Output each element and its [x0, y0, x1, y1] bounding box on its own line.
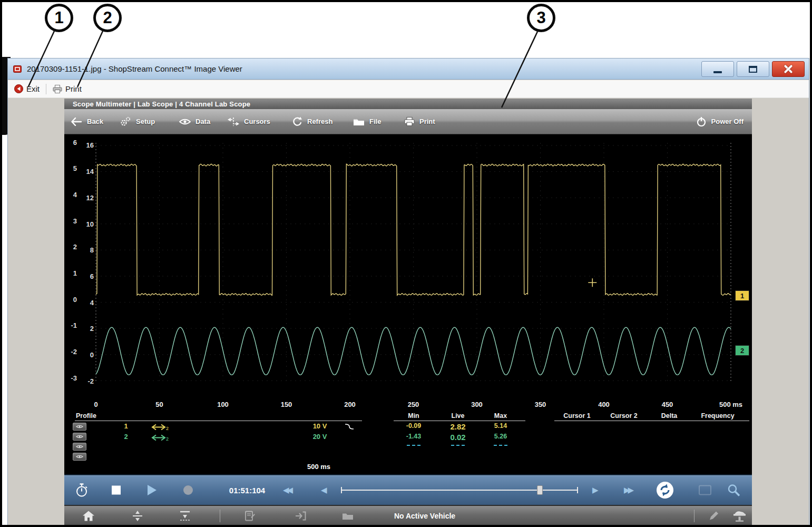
x-tick-label: 150 — [281, 401, 292, 408]
header-underline — [394, 421, 525, 421]
scope-setup-button[interactable]: Setup — [120, 109, 155, 134]
live-header: Live — [451, 412, 464, 419]
scope-cursors-button[interactable]: Cursors — [228, 109, 270, 134]
scope-screenshot: Scope Multimeter | Lab Scope | 4 Channel… — [64, 99, 752, 525]
waveform-canvas — [64, 134, 752, 399]
step-forward-button[interactable]: ▶ — [592, 485, 596, 495]
close-button[interactable] — [772, 61, 805, 77]
scope-print-button[interactable]: Print — [404, 109, 435, 134]
y-right-label: 16 — [80, 134, 94, 159]
minimize-button[interactable] — [701, 61, 734, 77]
header-underline — [554, 421, 749, 421]
y-right-label: 6 — [80, 264, 94, 290]
eye-icon — [76, 454, 83, 459]
image-viewer-window: 20170309-1151-1.jpg - ShopStream Connect… — [7, 58, 809, 526]
scope-refresh-label: Refresh — [307, 118, 332, 125]
exit-button[interactable]: Exit — [14, 84, 40, 93]
power-icon — [696, 116, 707, 127]
scope-power-off-button[interactable]: Power Off — [696, 109, 743, 134]
channel-3-eye-button[interactable] — [73, 443, 86, 451]
print-label: Print — [65, 84, 82, 93]
callout-2: 2 — [93, 4, 122, 32]
callout-1: 1 — [45, 4, 73, 32]
maximize-button[interactable] — [737, 61, 769, 77]
channel-scale: 20 V — [313, 433, 327, 441]
scope-setup-label: Setup — [136, 118, 155, 125]
app-icon — [13, 64, 23, 74]
trigger-arrow-icon: 2 — [151, 434, 169, 441]
folder-icon — [353, 118, 365, 126]
y-axis-right-scale: 16 14 12 10 8 6 4 2 0 -2 — [80, 134, 94, 394]
y-right-label: 4 — [80, 289, 94, 316]
rewind-button[interactable]: ◀◀ — [283, 485, 291, 495]
cursors-icon — [228, 117, 239, 126]
scope-back-button[interactable]: Back — [71, 109, 103, 134]
x-tick-label: 50 — [155, 401, 163, 408]
print-button[interactable]: Print — [53, 84, 82, 93]
scope-file-label: File — [369, 118, 381, 125]
slope-icon — [345, 423, 354, 430]
gears-icon — [120, 116, 131, 126]
y-right-label: -2 — [80, 368, 94, 394]
exit-icon — [14, 84, 23, 93]
scope-file-button[interactable]: File — [353, 109, 381, 134]
y-left-label: -3 — [65, 365, 77, 391]
eye-icon — [76, 444, 83, 449]
stop-button[interactable] — [112, 486, 121, 495]
live-value: 0.02 — [450, 433, 465, 442]
frequency-header: Frequency — [701, 412, 734, 419]
channel-number: 2 — [124, 433, 128, 441]
profile-header: Profile — [76, 412, 96, 419]
expand-vertical-icon[interactable] — [132, 510, 143, 521]
scope-refresh-button[interactable]: Refresh — [292, 109, 332, 134]
folder-icon — [342, 512, 354, 520]
channel-4-eye-button[interactable] — [73, 453, 86, 461]
y-left-label: 5 — [65, 155, 77, 182]
y-axis-left-scale: 6 5 4 3 2 1 0 -1 -2 -3 — [65, 134, 77, 391]
disabled-tool-icon — [699, 485, 711, 495]
channel-2-badge[interactable]: 2 — [735, 345, 749, 356]
slider-handle[interactable] — [537, 485, 543, 495]
y-right-label: 8 — [80, 237, 94, 264]
y-left-label: -1 — [65, 313, 77, 339]
collapse-to-top-icon[interactable] — [179, 510, 191, 521]
delta-header: Delta — [661, 412, 678, 419]
play-button[interactable] — [148, 485, 156, 495]
titlebar: 20170309-1151-1.jpg - ShopStream Connect… — [8, 58, 809, 80]
minimize-icon — [713, 71, 722, 73]
record-button[interactable] — [183, 485, 193, 495]
y-left-label: 2 — [65, 234, 77, 260]
viewer-workspace: Scope Multimeter | Lab Scope | 4 Channel… — [8, 98, 809, 525]
loop-replay-button[interactable] — [656, 481, 674, 499]
fast-forward-button[interactable]: ▶▶ — [624, 485, 632, 495]
x-tick-label: 200 — [344, 401, 356, 408]
trigger-arrow-icon: 2 — [151, 424, 169, 431]
max-value: 5.14 — [494, 422, 507, 430]
notes-icon — [244, 510, 256, 521]
zoom-icon[interactable] — [727, 484, 740, 497]
max-value: 5.26 — [494, 433, 507, 440]
y-right-label: 2 — [80, 316, 94, 342]
vehicle-lift-icon[interactable] — [732, 510, 747, 522]
refresh-icon — [292, 116, 302, 126]
playback-slider[interactable] — [341, 485, 578, 495]
scope-data-button[interactable]: Data — [179, 109, 210, 134]
callout-3-label: 3 — [536, 8, 545, 27]
home-icon[interactable] — [82, 510, 95, 521]
scope-power-off-label: Power Off — [711, 118, 743, 125]
statusbar-divider — [220, 510, 220, 522]
eye-icon — [179, 118, 191, 125]
pencil-icon — [708, 510, 719, 521]
step-back-button[interactable]: ◀ — [321, 485, 325, 495]
scope-data-label: Data — [195, 118, 210, 125]
channel-scale: 10 V — [313, 422, 327, 430]
channel-1-row: 1 2 10 V -0.09 2.82 5.14 — [64, 422, 752, 433]
timer-icon[interactable] — [75, 483, 89, 497]
scope-plot-area: 6 5 4 3 2 1 0 -1 -2 -3 16 14 12 — [64, 134, 752, 399]
scope-breadcrumb: Scope Multimeter | Lab Scope | 4 Channel… — [64, 99, 752, 109]
y-left-label: 4 — [65, 182, 77, 208]
max-header: Max — [494, 412, 507, 419]
channel-1-badge[interactable]: 1 — [735, 290, 749, 301]
min-value: -1.43 — [406, 433, 422, 440]
sweep-setting: 500 ms — [307, 463, 330, 471]
